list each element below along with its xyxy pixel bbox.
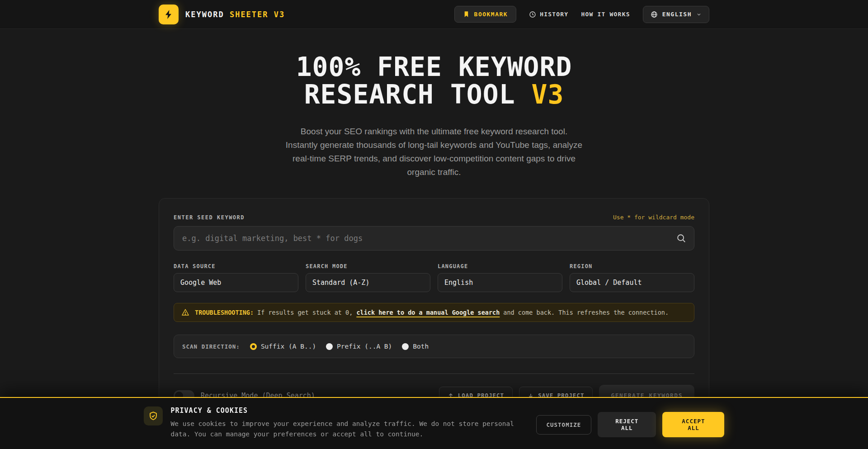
radio-both-label: Both (413, 343, 429, 350)
search-mode-label: SEARCH MODE (306, 263, 430, 269)
reject-all-button[interactable]: REJECT ALL (598, 412, 656, 437)
language-field-label: LANGUAGE (438, 263, 562, 269)
troubleshooting-text-before: If results get stuck at 0, (257, 309, 353, 316)
search-mode-value: Standard (A-Z) (312, 279, 369, 287)
logo (159, 5, 179, 24)
troubleshooting-banner: TROUBLESHOOTING: If results get stuck at… (174, 303, 694, 322)
shield-check-icon (148, 411, 158, 421)
page-title-line1: 100% FREE KEYWORD (296, 52, 572, 82)
search-icon[interactable] (676, 233, 686, 243)
brand-title-yellow: SHEETER V3 (230, 10, 285, 19)
globe-icon (651, 11, 658, 18)
radio-prefix-control[interactable] (326, 343, 333, 350)
region-select[interactable]: Global / Default (570, 273, 694, 292)
wildcard-hint: Use * for wildcard mode (613, 214, 694, 221)
data-source-value: Google Web (180, 279, 221, 287)
accept-all-button[interactable]: ACCEPT ALL (662, 412, 724, 437)
region-label: REGION (570, 263, 694, 269)
history-label: HISTORY (540, 11, 568, 18)
bookmark-label: BOOKMARK (474, 11, 508, 18)
top-nav: KEYWORD SHEETER V3 BOOKMARK HISTORY HOW … (0, 0, 868, 29)
page-title-version: V3 (532, 79, 564, 110)
section-divider (174, 373, 694, 374)
radio-prefix-label: Prefix (..A B) (337, 343, 392, 350)
cookie-banner-title: PRIVACY & COOKIES (171, 406, 528, 415)
seed-keyword-label: ENTER SEED KEYWORD (174, 214, 245, 221)
clock-icon (529, 11, 536, 18)
keyword-form-card: ENTER SEED KEYWORD Use * for wildcard mo… (159, 198, 709, 422)
radio-suffix-control[interactable] (250, 343, 257, 350)
region-value: Global / Default (576, 279, 642, 287)
language-label: ENGLISH (662, 11, 692, 18)
hero-subtitle: Boost your SEO rankings with the ultimat… (284, 125, 584, 179)
language-field: LANGUAGE English (438, 263, 562, 292)
troubleshooting-text-after: and come back. This refreshes the connec… (503, 309, 669, 316)
history-link[interactable]: HISTORY (529, 11, 568, 18)
radio-suffix[interactable]: Suffix (A B..) (250, 343, 316, 350)
customize-button[interactable]: CUSTOMIZE (536, 415, 592, 435)
brand-title-white: KEYWORD (185, 10, 224, 19)
data-source-field: DATA SOURCE Google Web (174, 263, 298, 292)
bookmark-icon (463, 11, 470, 18)
radio-prefix[interactable]: Prefix (..A B) (326, 343, 392, 350)
chevron-down-icon (696, 12, 702, 17)
hero-section: 100% FREE KEYWORD RESEARCH TOOL V3 Boost… (0, 29, 868, 179)
brand[interactable]: KEYWORD SHEETER V3 (159, 5, 285, 24)
seed-keyword-input[interactable] (174, 226, 694, 250)
warning-icon (181, 308, 189, 317)
brand-title: KEYWORD SHEETER V3 (185, 10, 285, 19)
how-it-works-label: HOW IT WORKS (581, 11, 630, 18)
language-select[interactable]: English (438, 273, 562, 292)
language-selector[interactable]: ENGLISH (643, 6, 709, 23)
bookmark-button[interactable]: BOOKMARK (454, 6, 517, 23)
cookie-consent-banner: PRIVACY & COOKIES We use cookies to impr… (0, 397, 868, 449)
data-source-select[interactable]: Google Web (174, 273, 298, 292)
manual-google-search-link[interactable]: click here to do a manual Google search (356, 309, 500, 316)
search-mode-field: SEARCH MODE Standard (A-Z) (306, 263, 430, 292)
radio-both[interactable]: Both (402, 343, 429, 350)
radio-suffix-label: Suffix (A B..) (261, 343, 316, 350)
troubleshooting-label: TROUBLESHOOTING: (195, 309, 254, 316)
data-source-label: DATA SOURCE (174, 263, 298, 269)
how-it-works-link[interactable]: HOW IT WORKS (581, 11, 630, 18)
page-title-line2: RESEARCH TOOL (304, 79, 532, 110)
page-title: 100% FREE KEYWORD RESEARCH TOOL V3 (0, 53, 868, 109)
cookie-banner-message: We use cookies to improve your experienc… (171, 419, 528, 440)
region-field: REGION Global / Default (570, 263, 694, 292)
lightning-bolt-icon (163, 9, 174, 20)
search-mode-select[interactable]: Standard (A-Z) (306, 273, 430, 292)
privacy-shield-badge (144, 406, 163, 425)
scan-direction-group: SCAN DIRECTION: Suffix (A B..) Prefix (.… (174, 335, 694, 358)
scan-direction-label: SCAN DIRECTION: (182, 343, 240, 350)
radio-both-control[interactable] (402, 343, 409, 350)
language-value: English (444, 279, 473, 287)
